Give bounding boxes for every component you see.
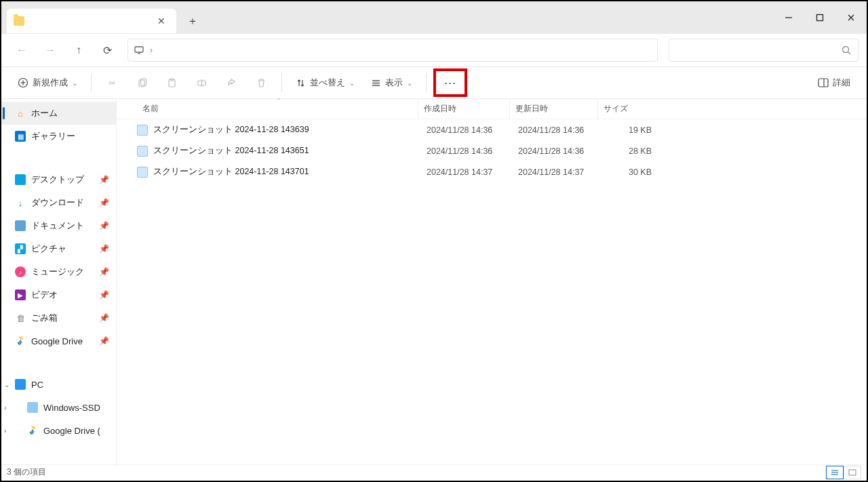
sidebar-item-label: ビデオ [31,289,58,301]
gallery-icon: ▦ [15,131,26,142]
window-controls [773,7,867,28]
pin-icon: 📌 [99,221,109,230]
sidebar-item-download[interactable]: ↓ダウンロード📌 [1,191,116,214]
sidebar-tree-windows-ssd[interactable]: ›Windows-SSD [1,396,116,419]
file-name: スクリーンショット 2024-11-28 143639 [153,124,421,136]
new-button[interactable]: 新規作成 ⌄ [11,71,84,95]
sidebar-item-label: Google Drive ( [43,426,100,436]
chevron-down-icon: ⌄ [349,79,355,87]
sidebar-item-label: ピクチャ [31,243,66,255]
file-created: 2024/11/28 14:36 [421,146,513,156]
minimize-button[interactable] [773,7,804,28]
image-file-icon [137,146,148,157]
new-tab-button[interactable]: ＋ [180,9,205,33]
maximize-button[interactable] [804,7,835,28]
ellipsis-icon: ··· [444,76,456,90]
view-button[interactable]: 表示 ⌄ [364,71,419,95]
sidebar-item-trash[interactable]: 🗑ごみ箱📌 [1,306,116,329]
sidebar-item-label: ホーム [31,107,58,119]
sidebar-item-doc[interactable]: ドキュメント📌 [1,214,116,237]
sidebar-tree-pc[interactable]: ⌄PC [1,373,116,396]
column-header-size-label: サイズ [604,103,628,115]
file-size: 19 KB [601,125,658,135]
details-pane-icon [818,78,829,87]
separator [426,73,427,92]
file-created: 2024/11/28 14:36 [421,125,513,135]
nav-up-button[interactable]: ↑ [66,38,91,62]
file-row[interactable]: スクリーンショット 2024-11-28 1436392024/11/28 14… [117,119,867,140]
svg-rect-1 [817,15,823,21]
svg-point-6 [843,47,849,53]
expand-icon[interactable]: › [4,404,6,411]
sidebar-tree-google-drive-[interactable]: ›Google Drive ( [1,419,116,442]
svg-line-7 [848,52,851,55]
pin-icon: 📌 [99,336,109,346]
sidebar-item-gallery[interactable]: ▦ギャラリー [1,125,116,148]
trash-icon [256,78,267,88]
column-header-created[interactable]: 作成日時 [418,99,510,119]
file-created: 2024/11/28 14:37 [421,167,513,177]
share-icon [226,78,237,88]
share-button[interactable] [218,71,245,95]
search-box[interactable] [669,39,859,62]
column-header-modified[interactable]: 更新日時 [510,99,598,119]
details-pane-button[interactable]: 詳細 [811,71,857,95]
file-row[interactable]: スクリーンショット 2024-11-28 1437012024/11/28 14… [117,161,867,182]
sidebar-item-gdrive[interactable]: Google Drive📌 [1,329,116,353]
sidebar-item-label: ギャラリー [31,130,75,142]
view-thumbnails-button[interactable] [844,466,861,479]
sort-ascending-icon: ˄ [277,98,281,104]
sidebar-item-video[interactable]: ▶ビデオ📌 [1,283,116,306]
view-button-label: 表示 [385,77,403,89]
pin-icon: 📌 [99,290,109,300]
sort-button[interactable]: 並べ替え ⌄ [289,71,361,95]
nav-back-button[interactable]: ← [9,38,34,62]
sidebar-item-home[interactable]: ⌂ホーム [1,102,116,125]
file-name: スクリーンショット 2024-11-28 143701 [153,166,421,178]
delete-button[interactable] [248,71,275,95]
command-bar: 新規作成 ⌄ ✂ 並べ替え ⌄ 表示 ⌄ ··· 詳細 [1,66,867,99]
sidebar-item-music[interactable]: ♪ミュージック📌 [1,260,116,283]
cut-button[interactable]: ✂ [98,71,125,95]
image-file-icon [137,125,148,136]
desktop-icon [15,174,26,185]
plus-circle-icon [18,77,28,88]
music-icon: ♪ [15,266,26,277]
nav-bar: ← → ↑ ⟳ › [1,34,867,66]
nav-forward-button[interactable]: → [38,38,62,62]
rename-button[interactable] [188,71,215,95]
svg-rect-20 [818,79,828,87]
column-header-created-label: 作成日時 [424,103,456,115]
pin-icon: 📌 [99,198,109,207]
more-options-button[interactable]: ··· [433,68,467,97]
address-bar[interactable]: › [127,39,658,62]
paste-button[interactable] [158,71,185,95]
sidebar-item-pic[interactable]: ▞ピクチャ📌 [1,237,116,260]
expand-icon[interactable]: › [4,427,6,435]
sidebar-item-label: ドキュメント [31,220,84,232]
new-button-label: 新規作成 [33,77,68,89]
copy-icon [137,78,147,88]
list-icon [371,78,381,88]
folder-icon [14,16,24,26]
chevron-right-icon: › [150,45,153,55]
clipboard-icon [167,78,177,88]
sort-icon [296,78,306,88]
expand-icon[interactable]: ⌄ [4,381,9,388]
view-details-button[interactable] [826,466,844,479]
sidebar-item-label: PC [31,380,43,390]
pin-icon: 📌 [99,267,109,277]
google-drive-icon [15,336,26,346]
pin-icon: 📌 [99,175,109,184]
sidebar-item-desktop[interactable]: デスクトップ📌 [1,168,116,191]
copy-button[interactable] [128,71,155,95]
tab-current[interactable]: ✕ [7,9,176,33]
nav-refresh-button[interactable]: ⟳ [95,38,119,62]
column-header-size[interactable]: サイズ [598,99,656,119]
navigation-pane[interactable]: ⌂ホーム▦ギャラリーデスクトップ📌↓ダウンロード📌ドキュメント📌▞ピクチャ📌♪ミ… [1,99,117,466]
file-modified: 2024/11/28 14:36 [513,125,601,135]
close-window-button[interactable] [835,7,867,28]
close-tab-button[interactable]: ✕ [153,13,170,29]
file-row[interactable]: スクリーンショット 2024-11-28 1436512024/11/28 14… [117,140,867,161]
column-header-name[interactable]: 名前 ˄ [137,99,418,119]
